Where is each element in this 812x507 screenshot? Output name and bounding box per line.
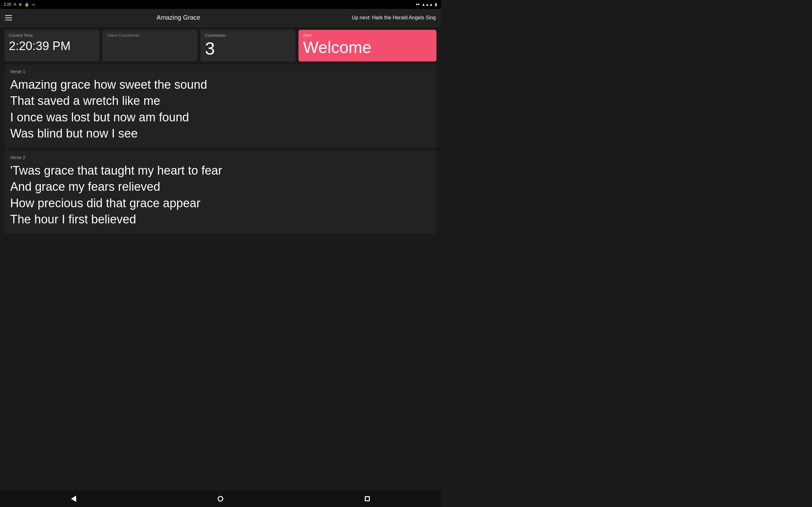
current-time-label: Current Time: [9, 33, 95, 38]
verse-1-line-1: Amazing grace how sweet the sound: [10, 77, 431, 93]
widget-video-countdown: Video Countdown: [102, 30, 197, 61]
nav-up-next: Up next: Hark the Herald Angels Sing: [352, 15, 436, 20]
status-bar: 2:20 A ⊕ 🔒 ▭ ▾▾ ▲▲▲ ▮: [0, 0, 441, 9]
verse-1-section: Verse 1 Amazing grace how sweet the soun…: [4, 65, 437, 148]
verse-1-line-4: Was blind but now I see: [10, 125, 431, 142]
video-countdown-label: Video Countdown: [107, 33, 193, 38]
countdown-label: Countdown: [205, 33, 291, 38]
verse-2-line-1: 'Twas grace that taught my heart to fear: [10, 163, 431, 179]
wifi-icon: ▾▾: [416, 2, 420, 7]
verse-1-label: Verse 1: [10, 69, 431, 74]
status-bar-left: 2:20 A ⊕ 🔒 ▭: [4, 2, 35, 7]
verse-2-line-3: How precious did that grace appear: [10, 195, 431, 211]
signal-icon: ▲▲▲: [421, 2, 433, 7]
alert-label: Alert: [303, 33, 432, 38]
status-icon-a: A: [14, 2, 16, 7]
verse-2-line-2: And grace my fears relieved: [10, 179, 431, 195]
status-icon-battery: ▭: [32, 2, 35, 7]
verse-1-line-2: That saved a wretch like me: [10, 93, 431, 109]
current-time-value: 2:20:39 PM: [9, 40, 95, 53]
widget-alert: Alert Welcome: [299, 30, 437, 61]
verse-1-line-3: I once was lost but now am found: [10, 109, 431, 125]
widget-current-time: Current Time 2:20:39 PM: [4, 30, 99, 61]
battery-full-icon: ▮: [435, 2, 437, 7]
nav-title: Amazing Grace: [5, 14, 352, 21]
widget-countdown: Countdown 3: [200, 30, 295, 61]
status-time: 2:20: [4, 2, 11, 7]
countdown-value: 3: [205, 40, 291, 57]
nav-bar: Amazing Grace Up next: Hark the Herald A…: [0, 9, 441, 26]
alert-value: Welcome: [303, 39, 432, 55]
content-area: Verse 1 Amazing grace how sweet the soun…: [0, 65, 441, 256]
status-icon-b: ⊕: [19, 2, 22, 7]
status-bar-right: ▾▾ ▲▲▲ ▮: [416, 2, 437, 7]
verse-2-label: Verse 2: [10, 155, 431, 160]
verse-2-line-4: The hour I first believed: [10, 211, 431, 228]
widgets-row: Current Time 2:20:39 PM Video Countdown …: [0, 26, 441, 65]
verse-2-section: Verse 2 'Twas grace that taught my heart…: [4, 151, 437, 234]
status-icon-lock: 🔒: [24, 2, 29, 7]
